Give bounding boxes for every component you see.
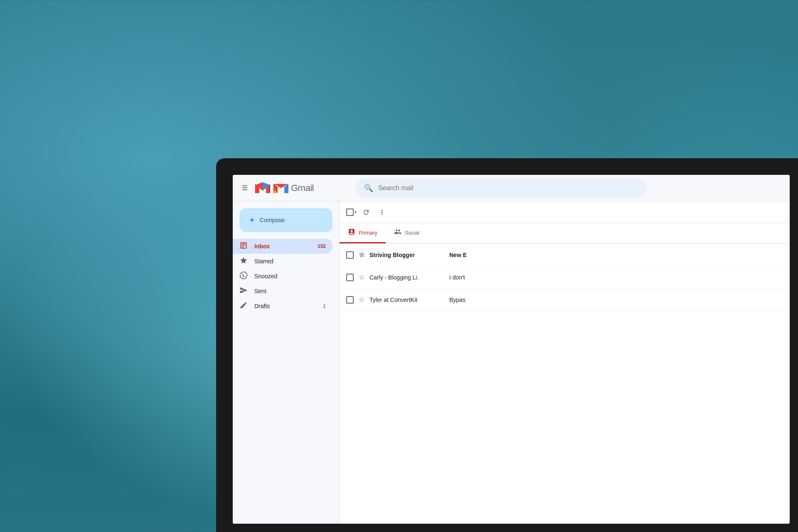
email-checkbox[interactable] — [346, 251, 354, 259]
select-all-dropdown[interactable]: ▾ — [346, 208, 357, 216]
sidebar-item-starred[interactable]: Starred — [233, 254, 332, 269]
tab-social[interactable]: Social — [386, 223, 428, 243]
gmail-m-icon — [254, 181, 271, 195]
inbox-count: 152 — [318, 243, 326, 249]
sent-label: Sent — [254, 288, 326, 294]
email-checkbox[interactable] — [346, 274, 354, 281]
sidebar-item-inbox[interactable]: Inbox 152 — [233, 239, 332, 254]
social-tab-icon — [394, 228, 401, 237]
primary-tab-icon — [348, 228, 355, 237]
search-icon: 🔍 — [364, 184, 373, 193]
compose-plus-icon: + — [249, 215, 255, 226]
more-options-button[interactable] — [376, 206, 388, 218]
email-sender: Tyler at ConvertKit — [369, 297, 444, 303]
email-area: ▾ Primary — [339, 201, 790, 524]
email-checkbox[interactable] — [346, 296, 354, 304]
gmail-logo: Gmail — [254, 181, 314, 195]
gmail-screen: ☰ — [233, 175, 790, 524]
email-row[interactable]: ☆ Tyler at ConvertKit Bypas — [340, 289, 790, 311]
search-bar[interactable]: 🔍 — [356, 179, 647, 198]
email-row[interactable]: ☆ Striving Blogger New E — [340, 244, 790, 266]
email-list: ☆ Striving Blogger New E ☆ Carly - Blogg… — [340, 244, 790, 524]
snoozed-label: Snoozed — [254, 273, 326, 279]
primary-tab-label: Primary — [359, 230, 377, 236]
compose-label: Compose — [260, 217, 285, 223]
email-row[interactable]: ☆ Carly - Blogging Li. I don't — [340, 266, 790, 289]
drafts-count: 1 — [323, 303, 326, 309]
sidebar-item-snoozed[interactable]: Snoozed — [233, 269, 332, 284]
snoozed-icon — [239, 271, 248, 282]
inbox-icon — [239, 241, 248, 252]
compose-button[interactable]: + Compose — [239, 208, 332, 232]
main-content: + Compose Inbox 152 Starred — [233, 201, 790, 524]
email-toolbar: ▾ — [340, 201, 790, 223]
email-sender: Carly - Blogging Li. — [369, 274, 444, 281]
gmail-text: Gmail — [291, 183, 314, 194]
email-star-icon[interactable]: ☆ — [359, 251, 365, 259]
hamburger-menu-button[interactable]: ☰ — [239, 181, 250, 194]
sidebar-item-drafts[interactable]: Drafts 1 — [233, 299, 332, 314]
email-subject: Bypas — [449, 297, 783, 303]
refresh-button[interactable] — [360, 206, 372, 218]
gmail-header: ☰ — [233, 175, 790, 201]
email-subject: I don't — [449, 274, 783, 281]
sidebar-item-sent[interactable]: Sent — [233, 284, 332, 299]
laptop-bezel: ☰ — [216, 158, 798, 532]
email-subject: New E — [449, 252, 783, 258]
email-star-icon[interactable]: ☆ — [359, 273, 365, 281]
email-sender: Striving Blogger — [369, 252, 444, 258]
starred-label: Starred — [254, 258, 326, 265]
search-input[interactable] — [378, 184, 638, 192]
tabs-bar: Primary Social — [340, 223, 790, 244]
tab-primary[interactable]: Primary — [340, 223, 386, 243]
inbox-label: Inbox — [254, 243, 311, 250]
sent-icon — [239, 286, 248, 297]
gmail-logo-icon — [273, 182, 288, 194]
drafts-label: Drafts — [254, 303, 316, 309]
drafts-icon — [239, 301, 248, 311]
header-left: ☰ — [239, 181, 356, 195]
select-dropdown-arrow[interactable]: ▾ — [355, 210, 357, 214]
select-all-checkbox[interactable] — [346, 208, 354, 216]
social-tab-label: Social — [405, 230, 419, 236]
sidebar: + Compose Inbox 152 Starred — [233, 201, 339, 524]
star-icon — [239, 256, 248, 267]
email-star-icon[interactable]: ☆ — [359, 296, 365, 304]
